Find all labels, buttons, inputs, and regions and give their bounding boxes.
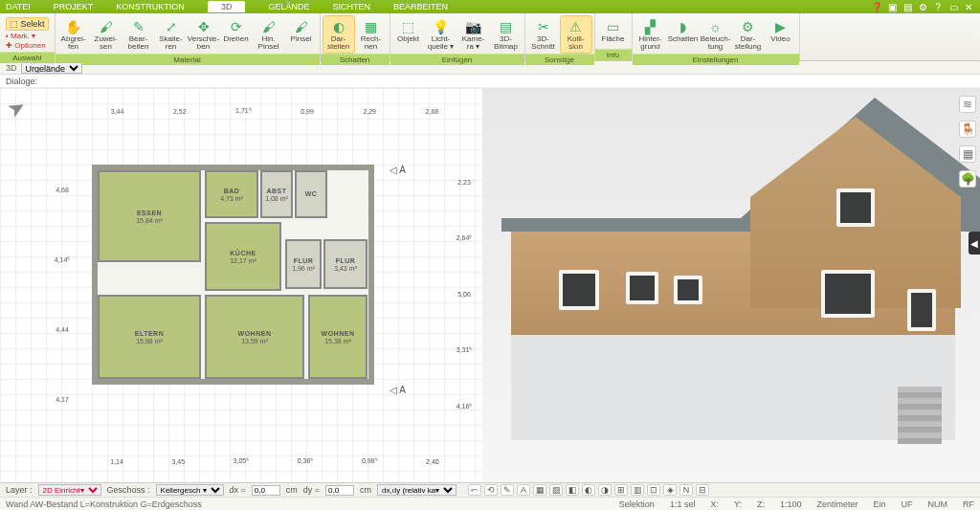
mark-dropdown[interactable]: ▪ Mark. ▾	[6, 32, 35, 40]
room-name: KÜCHE	[230, 250, 256, 256]
menu-3d[interactable]: 3D	[208, 1, 246, 12]
menu-tray: ❓ ▣ ▤ ⚙ ? ▭ ✕	[871, 1, 974, 12]
ribbon-3d-bitmap[interactable]: ▤3D- Bitmap	[490, 15, 523, 54]
menu-datei[interactable]: DATEI	[6, 2, 31, 11]
room-flur[interactable]: FLUR3,43 m²	[323, 239, 368, 289]
dx-input[interactable]	[252, 485, 280, 496]
side-tool-icon[interactable]: 🪑	[959, 121, 976, 138]
room-wc[interactable]: WC	[295, 170, 327, 218]
dimensions-left: 4,684,14⁵4,444,17	[48, 155, 77, 434]
ribbon-label: Pinsel	[291, 35, 312, 43]
dimensions-bottom: 1,143,453,05⁵0,36⁵0,98⁵2,40	[86, 450, 463, 473]
window	[821, 270, 875, 318]
bottom-tool-icon[interactable]: ◈	[663, 484, 677, 496]
room-name: WOHNEN	[322, 330, 355, 337]
dimension-value: 0,99	[301, 108, 314, 115]
floor-plan[interactable]: ESSEN15,84 m²BAD4,73 m²KÜCHE12,17 m²ABST…	[92, 165, 374, 385]
menu-bearbeiten[interactable]: BEARBEITEN	[393, 2, 448, 11]
side-tool-icon[interactable]: 🌳	[959, 170, 976, 188]
side-tool-icon[interactable]: ≋	[959, 96, 976, 113]
menu-projekt[interactable]: PROJEKT	[54, 2, 94, 11]
ribbon-pinsel[interactable]: 🖌Pinsel	[285, 15, 318, 46]
ribbon-fl-che[interactable]: ▭Fläche	[597, 15, 630, 46]
ribbon-kame-ra-[interactable]: 📷Kame- ra ▾	[457, 15, 490, 54]
ribbon-dar-stellung[interactable]: ⚙Dar- stellung	[732, 15, 765, 54]
dimension-value: 3,05⁵	[234, 457, 250, 465]
ribbon-rech-nen[interactable]: ▦Rech- nen	[355, 15, 388, 54]
floor-select[interactable]: Kellergesch ▾	[156, 484, 224, 496]
room-küche[interactable]: KÜCHE12,17 m²	[205, 222, 281, 291]
status-y: Y:	[734, 499, 742, 509]
bottom-tool-icon[interactable]: N	[679, 484, 693, 496]
ribbon-licht-quelle-[interactable]: 💡Licht- quelle ▾	[425, 15, 457, 54]
room-essen[interactable]: ESSEN15,84 m²	[98, 170, 201, 262]
dy-input[interactable]	[325, 485, 354, 496]
window	[674, 276, 702, 304]
tray-icon[interactable]: ⚙	[917, 1, 928, 12]
ribbon-3d-schnitt[interactable]: ✂3D- Schnitt	[527, 15, 560, 54]
room-eltern[interactable]: ELTERN15,88 m²	[98, 295, 201, 379]
menu-konstruktion[interactable]: KONSTRUKTION	[116, 2, 185, 11]
section-marker: ◁ A	[390, 165, 406, 175]
ribbon-skalie-ren[interactable]: ⤢Skalie- ren	[155, 15, 188, 54]
dx-unit: cm	[286, 485, 298, 495]
room-name: FLUR	[294, 257, 314, 264]
optionen-link[interactable]: ✚ Optionen	[6, 41, 46, 50]
dimension-value: 2,23	[457, 179, 471, 186]
selekt-button[interactable]: ⬚ Selekt	[6, 17, 49, 31]
ribbon-video[interactable]: ▶Video	[765, 15, 797, 46]
room-abst[interactable]: ABST1,08 m²	[260, 170, 293, 218]
ribbon-beleuch-tung[interactable]: ☼Beleuch- tung	[700, 15, 732, 54]
tray-icon[interactable]: ❓	[871, 1, 882, 12]
bottom-tool-icon[interactable]: A	[517, 484, 530, 496]
room-bad[interactable]: BAD4,73 m²	[205, 170, 258, 218]
coord-mode-select[interactable]: dx,dy (relativ ka▾	[377, 484, 457, 496]
window	[559, 270, 599, 310]
ribbon-abgrei-fen[interactable]: ✋Abgrei- fen	[57, 15, 90, 54]
ribbon-drehen[interactable]: ⟳Drehen	[220, 15, 253, 46]
bottom-tool-icon[interactable]: ⊟	[696, 484, 709, 496]
ribbon-verschie-ben[interactable]: ✥Verschie- ben	[188, 15, 220, 54]
dimensions-top: 3,442,521,71⁵0,992,292,68	[86, 100, 463, 122]
bottom-tool-icon[interactable]: ⊞	[614, 484, 628, 496]
bottom-tool-icon[interactable]: ◐	[582, 484, 595, 496]
bottom-tool-icon[interactable]: ⊡	[647, 484, 660, 496]
layer-select[interactable]: 2D Einricht▾	[38, 484, 101, 496]
dimension-value: 1,14	[110, 458, 123, 465]
pane-3d-view[interactable]: ≋🪑▦🌳 ◀	[482, 88, 980, 482]
tray-icon[interactable]: ?	[932, 1, 944, 12]
dimension-value: 0,98⁵	[362, 457, 378, 465]
bottom-tool-icon[interactable]: ◧	[566, 484, 579, 496]
side-drawer-handle[interactable]: ◀	[969, 232, 980, 255]
tray-icon[interactable]: ✕	[963, 1, 974, 12]
tray-icon[interactable]: ▣	[886, 1, 898, 12]
side-tool-icon[interactable]: ▦	[959, 145, 976, 163]
room-flur[interactable]: FLUR1,96 m²	[285, 239, 322, 289]
ribbon-bear-beiten[interactable]: ✎Bear- beiten	[122, 15, 155, 54]
menu-sichten[interactable]: SICHTEN	[332, 2, 370, 11]
room-wohnen[interactable]: WOHNEN15,38 m²	[308, 295, 368, 379]
menu-gelaende[interactable]: GELÄNDE	[268, 2, 309, 11]
tray-icon[interactable]: ▭	[947, 1, 959, 12]
dimension-value: 4,17	[56, 396, 69, 403]
ribbon-zuwei-sen[interactable]: 🖌Zuwei- sen	[90, 15, 122, 54]
view-dropdown[interactable]: Urgelände	[21, 62, 82, 74]
room-wohnen[interactable]: WOHNEN13,59 m²	[205, 295, 304, 379]
ribbon-objekt[interactable]: ⬚Objekt	[392, 15, 425, 46]
ribbon-hin-pinsel[interactable]: 🖌Hin. Pinsel	[253, 15, 285, 54]
bottom-tool-icon[interactable]: ▨	[549, 484, 563, 496]
bottom-tool-icon[interactable]: ▥	[631, 484, 644, 496]
ribbon-schatten[interactable]: ◗Schatten	[667, 15, 700, 46]
tray-icon[interactable]: ▤	[902, 1, 913, 12]
ribbon-kolli-sion[interactable]: ⚠Kolli- sion	[560, 15, 592, 54]
ribbon-dar-stellen[interactable]: ◐Dar- stellen	[323, 15, 355, 54]
ribbon-icon: ✂	[533, 18, 554, 35]
pane-2d-plan[interactable]: ➤ 3,442,521,71⁵0,992,292,68 1,143,453,05…	[0, 88, 482, 482]
bottom-tool-icon[interactable]: ◑	[598, 484, 612, 496]
bottom-tool-icon[interactable]: ✎	[501, 484, 514, 496]
bottom-tool-icon[interactable]: ⤺	[468, 484, 481, 496]
bottom-tool-icon[interactable]: ▦	[533, 484, 546, 496]
bottom-tool-icon[interactable]: ⟲	[484, 484, 498, 496]
ribbon-icon: ▭	[603, 18, 624, 35]
ribbon-hinter-grund[interactable]: ▞Hinter- grund	[635, 15, 667, 54]
